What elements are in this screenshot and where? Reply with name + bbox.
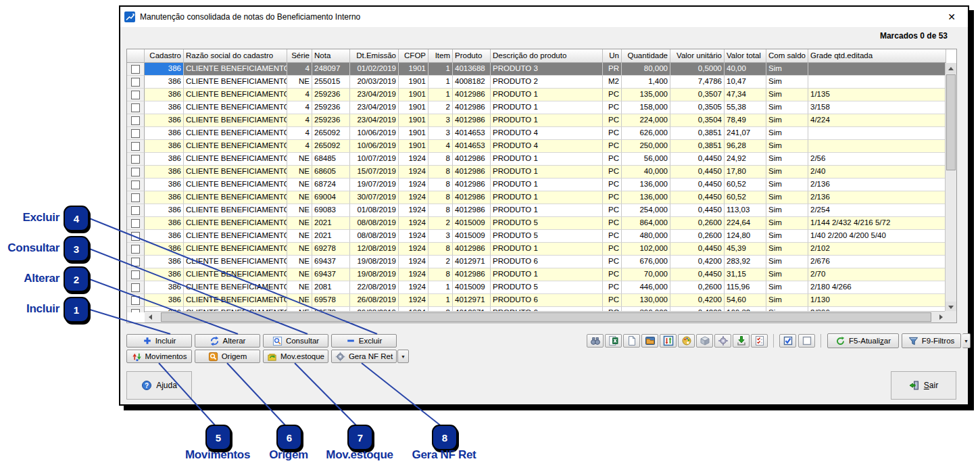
row-checkbox[interactable] — [131, 103, 140, 112]
cell: 4012986 — [453, 166, 491, 178]
gera-nf-ret-dropdown[interactable]: ▼ — [397, 350, 409, 363]
row-checkbox[interactable] — [131, 245, 140, 254]
scroll-left-arrow[interactable] — [145, 312, 155, 323]
table-row[interactable]: 386CLIENTE BENEFICIAMENTONE6943719/08/20… — [127, 268, 946, 281]
table-row[interactable]: 386CLIENTE BENEFICIAMENTONE202108/08/201… — [127, 230, 946, 243]
checklist-icon-button[interactable] — [751, 334, 768, 348]
palette-icon-button[interactable] — [678, 334, 695, 348]
table-row[interactable]: 386CLIENTE BENEFICIAMENTO425923623/04/20… — [127, 89, 946, 101]
excluir-button[interactable]: Excluir — [331, 334, 397, 348]
cell: 2/40 — [808, 166, 946, 178]
callout-badge-6: 6 — [276, 425, 302, 450]
horizontal-scrollbar[interactable] — [145, 311, 946, 323]
new-document-icon-button[interactable] — [623, 334, 640, 348]
row-checkbox[interactable] — [131, 129, 140, 138]
check-all-button[interactable] — [779, 334, 796, 348]
row-checkbox[interactable] — [131, 309, 140, 313]
reports-folder-icon-button[interactable] — [641, 334, 658, 348]
row-checkbox[interactable] — [131, 258, 140, 266]
table-row[interactable]: 386CLIENTE BENEFICIAMENTO426509210/06/20… — [127, 140, 946, 153]
mov-estoque-button[interactable]: Mov.estoque — [263, 350, 328, 363]
table-row[interactable]: 386CLIENTE BENEFICIAMENTO426509210/06/20… — [127, 127, 946, 140]
alterar-button[interactable]: Alterar — [195, 334, 260, 348]
cube-icon-button[interactable] — [696, 334, 713, 348]
table-row[interactable]: 386CLIENTE BENEFICIAMENTONE6908301/08/20… — [127, 204, 946, 217]
f9-filtros-button[interactable]: F9-Filtros — [902, 333, 961, 348]
column-header[interactable]: Série — [287, 49, 312, 63]
consultar-button[interactable]: Consultar — [263, 334, 328, 348]
row-checkbox[interactable] — [131, 142, 140, 151]
column-header[interactable]: Grade qtd.editada — [808, 49, 946, 63]
row-checkbox[interactable] — [131, 296, 140, 305]
column-header[interactable]: Valor unitário — [670, 49, 725, 63]
import-download-icon-button[interactable] — [733, 334, 750, 348]
table-row[interactable]: 386CLIENTE BENEFICIAMENTONE6900430/07/20… — [127, 191, 946, 204]
table-row[interactable]: 386CLIENTE BENEFICIAMENTONE202108/08/201… — [127, 217, 946, 230]
table-row[interactable]: 386CLIENTE BENEFICIAMENTONE25501520/03/2… — [127, 76, 946, 89]
column-header[interactable]: Razão social do cadastro — [184, 49, 287, 63]
column-header[interactable]: Cadastro — [145, 49, 184, 63]
table-row[interactable]: 386CLIENTE BENEFICIAMENTONE208122/08/201… — [127, 281, 946, 294]
f5-atualizar-button[interactable]: F5-Atualizar — [827, 333, 899, 348]
column-header[interactable]: Un — [603, 49, 622, 63]
table-row[interactable]: 386CLIENTE BENEFICIAMENTONE6860515/07/20… — [127, 166, 946, 178]
table-row[interactable]: 386CLIENTE BENEFICIAMENTONE6943719/08/20… — [127, 256, 946, 268]
cell: 1901 — [399, 140, 428, 153]
table-row[interactable]: 386CLIENTE BENEFICIAMENTONE6927812/08/20… — [127, 243, 946, 256]
column-header[interactable] — [127, 49, 145, 63]
uncheck-all-button[interactable] — [798, 334, 815, 348]
horizontal-scroll-thumb[interactable] — [161, 312, 931, 322]
settings-gear-icon-button[interactable] — [714, 334, 731, 348]
cell: PRODUTO 1 — [491, 204, 603, 217]
row-checkbox[interactable] — [131, 78, 140, 87]
table-row[interactable]: 386CLIENTE BENEFICIAMENTONE6872419/07/20… — [127, 178, 946, 191]
table-row[interactable]: 386CLIENTE BENEFICIAMENTONE6848510/07/20… — [127, 153, 946, 166]
incluir-button[interactable]: Incluir — [126, 334, 192, 348]
table-row[interactable]: 386CLIENTE BENEFICIAMENTO425923623/04/20… — [127, 101, 946, 114]
table-row[interactable]: 386CLIENTE BENEFICIAMENTONE6957826/08/20… — [127, 294, 946, 307]
column-header[interactable]: Com saldo — [766, 49, 808, 63]
title-bar[interactable]: Manutenção consolidada de notas do Benef… — [120, 7, 968, 27]
column-header[interactable]: Quantidade — [622, 49, 670, 63]
row-checkbox[interactable] — [131, 91, 140, 99]
cell: PRODUTO 1 — [491, 268, 603, 281]
ajuda-button[interactable]: ? Ajuda — [126, 371, 192, 400]
filters-dropdown[interactable]: ▼ — [962, 333, 971, 348]
row-checkbox[interactable] — [131, 219, 140, 228]
table-row[interactable]: 386CLIENTE BENEFICIAMENTO425923623/04/20… — [127, 114, 946, 127]
row-checkbox[interactable] — [131, 65, 140, 74]
row-checkbox[interactable] — [131, 116, 140, 125]
cell: CLIENTE BENEFICIAMENTO — [184, 127, 287, 140]
row-checkbox[interactable] — [131, 168, 140, 176]
cell: CLIENTE BENEFICIAMENTO — [184, 140, 287, 153]
app-icon — [124, 11, 135, 22]
vertical-scrollbar[interactable] — [945, 63, 956, 312]
vertical-scroll-thumb[interactable] — [946, 74, 956, 170]
close-icon[interactable]: ✕ — [945, 10, 958, 24]
column-header[interactable]: Item — [428, 49, 453, 63]
origem-button[interactable]: Origem — [195, 350, 260, 363]
table-row[interactable]: 386CLIENTE BENEFICIAMENTO424809701/02/20… — [127, 63, 946, 76]
movimentos-button[interactable]: Movimentos — [126, 350, 192, 363]
row-checkbox[interactable] — [131, 283, 140, 292]
cell: 4012971 — [453, 256, 491, 268]
column-header[interactable]: CFOP — [399, 49, 428, 63]
row-checkbox[interactable] — [131, 270, 140, 279]
cell: Sim — [766, 268, 808, 281]
column-header[interactable]: Descrição do produto — [491, 49, 603, 63]
column-header[interactable]: Produto — [453, 49, 491, 63]
gera-nf-ret-button[interactable]: Gera NF Ret — [331, 350, 397, 363]
excel-export-icon-button[interactable] — [605, 334, 622, 348]
column-order-icon-button[interactable] — [660, 334, 677, 348]
row-checkbox[interactable] — [131, 206, 140, 215]
binoculars-icon-button[interactable] — [587, 334, 604, 348]
scroll-up-arrow[interactable] — [946, 63, 956, 74]
row-checkbox[interactable] — [131, 181, 140, 189]
column-header[interactable]: Dt.Emissão — [350, 49, 399, 63]
column-header[interactable]: Valor total — [725, 49, 766, 63]
sair-button[interactable]: Sair — [891, 371, 956, 400]
column-header[interactable]: Nota — [312, 49, 350, 63]
row-checkbox[interactable] — [131, 155, 140, 164]
row-checkbox[interactable] — [131, 193, 140, 202]
row-checkbox[interactable] — [131, 232, 140, 241]
